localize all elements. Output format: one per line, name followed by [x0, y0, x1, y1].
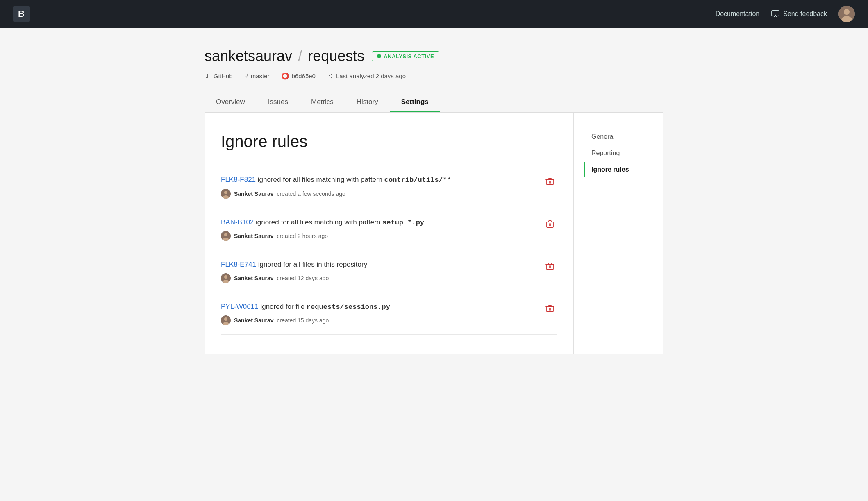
rule-meta: Sanket Saurav created a few seconds ago — [221, 189, 451, 199]
svg-point-13 — [224, 275, 227, 279]
rule-text: FLK8-F821 ignored for all files matching… — [221, 175, 451, 186]
page-content: sanketsaurav / requests ANALYSIS ACTIVE … — [188, 28, 680, 354]
main-layout: Ignore rules FLK8-F821 ignored for all f… — [205, 112, 663, 354]
branch-icon: ⑂ — [244, 73, 248, 80]
header: B Documentation Send feedback — [0, 0, 868, 28]
rule-meta: Sanket Saurav created 15 days ago — [221, 315, 390, 325]
tab-issues[interactable]: Issues — [257, 93, 300, 112]
ignore-rule: PYL-W0611 ignored for file requests/sess… — [221, 292, 557, 335]
rule-code-link[interactable]: FLK8-F821 — [221, 176, 256, 184]
tab-history[interactable]: History — [345, 93, 390, 112]
sidebar-item-general[interactable]: General — [584, 129, 663, 145]
delete-rule-button[interactable] — [543, 175, 557, 188]
sidebar-item-ignore-rules[interactable]: Ignore rules — [584, 162, 663, 177]
meta-last-analyzed: ⏲ Last analyzed 2 days ago — [327, 73, 406, 80]
rule-author-avatar — [221, 231, 231, 241]
rule-meta: Sanket Saurav created 2 hours ago — [221, 231, 424, 241]
svg-point-9 — [224, 233, 227, 236]
clock-icon: ⏲ — [327, 73, 334, 80]
svg-rect-11 — [547, 222, 553, 227]
rule-text: FLK8-E741 ignored for all files in this … — [221, 259, 367, 270]
trash-icon — [545, 262, 554, 271]
feedback-icon — [771, 9, 780, 18]
trash-icon — [545, 177, 554, 186]
delete-rule-button[interactable] — [543, 217, 557, 231]
sidebar: General Reporting Ignore rules — [573, 113, 663, 354]
avatar-image — [838, 6, 855, 22]
svg-rect-7 — [547, 179, 553, 185]
rule-author-avatar — [221, 315, 231, 325]
rule-content: FLK8-F821 ignored for all files matching… — [221, 175, 451, 199]
tab-overview[interactable]: Overview — [205, 93, 257, 112]
svg-point-5 — [224, 191, 227, 194]
trash-icon — [545, 220, 554, 229]
page-title: Ignore rules — [221, 132, 557, 151]
repo-title: sanketsaurav / requests — [205, 48, 364, 65]
svg-point-2 — [844, 9, 850, 15]
ignore-rule: FLK8-E741 ignored for all files in this … — [221, 250, 557, 292]
github-icon: ⫝ — [205, 73, 211, 80]
tab-metrics[interactable]: Metrics — [300, 93, 345, 112]
tab-settings[interactable]: Settings — [390, 93, 440, 112]
svg-rect-15 — [547, 264, 553, 270]
tabs: Overview Issues Metrics History Settings — [205, 93, 663, 112]
user-avatar[interactable] — [838, 6, 855, 22]
send-feedback-button[interactable]: Send feedback — [771, 9, 827, 18]
rule-content: BAN-B102 ignored for all files matching … — [221, 217, 424, 241]
rule-text: BAN-B102 ignored for all files matching … — [221, 217, 424, 228]
rule-author-avatar — [221, 189, 231, 199]
commit-icon: ⭕ — [281, 72, 289, 80]
repo-meta: ⫝ GitHub ⑂ master ⭕ b6d65e0 ⏲ Last analy… — [205, 72, 663, 80]
rule-meta: Sanket Saurav created 12 days ago — [221, 273, 367, 283]
rule-text: PYL-W0611 ignored for file requests/sess… — [221, 302, 390, 313]
rule-code-link[interactable]: BAN-B102 — [221, 218, 254, 226]
documentation-link[interactable]: Documentation — [716, 10, 760, 18]
delete-rule-button[interactable] — [543, 259, 557, 273]
rule-author-avatar — [221, 273, 231, 283]
ignore-rule: FLK8-F821 ignored for all files matching… — [221, 165, 557, 208]
meta-commit: ⭕ b6d65e0 — [281, 72, 316, 80]
header-right: Documentation Send feedback — [716, 6, 855, 22]
svg-rect-19 — [547, 306, 553, 312]
svg-point-17 — [224, 317, 227, 321]
rule-content: PYL-W0611 ignored for file requests/sess… — [221, 302, 390, 326]
badge-dot — [377, 54, 381, 58]
analysis-badge: ANALYSIS ACTIVE — [372, 51, 439, 61]
delete-rule-button[interactable] — [543, 302, 557, 315]
rule-code-link[interactable]: FLK8-E741 — [221, 261, 256, 268]
ignore-rule: BAN-B102 ignored for all files matching … — [221, 208, 557, 251]
rule-code-link[interactable]: PYL-W0611 — [221, 303, 259, 311]
logo[interactable]: B — [13, 6, 30, 22]
sidebar-item-reporting[interactable]: Reporting — [584, 145, 663, 161]
meta-source: ⫝ GitHub — [205, 73, 233, 80]
content-area: Ignore rules FLK8-F821 ignored for all f… — [205, 113, 573, 354]
meta-branch: ⑂ master — [244, 73, 270, 80]
rule-content: FLK8-E741 ignored for all files in this … — [221, 259, 367, 283]
repo-header: sanketsaurav / requests ANALYSIS ACTIVE — [205, 48, 663, 65]
trash-icon — [545, 304, 554, 313]
